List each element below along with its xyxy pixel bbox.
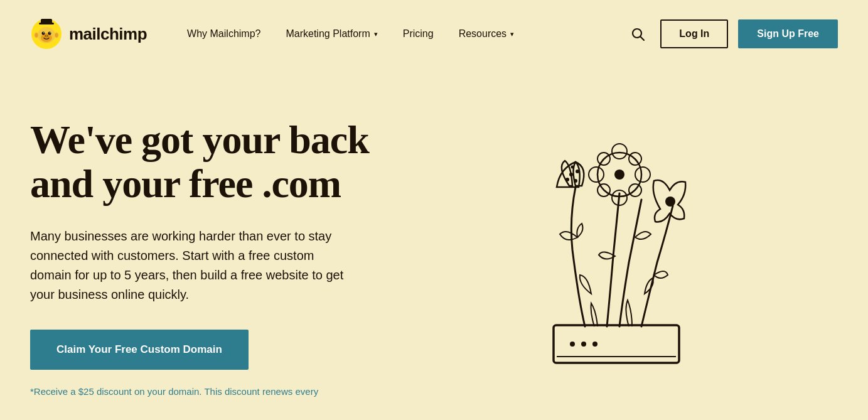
search-icon <box>630 26 645 41</box>
svg-point-8 <box>45 35 46 36</box>
chevron-down-icon: ▾ <box>510 30 514 38</box>
svg-point-29 <box>612 144 627 159</box>
nav-actions: Log In Sign Up Free <box>625 19 838 48</box>
svg-point-5 <box>43 32 45 33</box>
svg-point-27 <box>571 166 574 169</box>
cta-button[interactable]: Claim Your Free Custom Domain <box>30 330 249 370</box>
flower-illustration-icon <box>485 112 748 382</box>
hero-content: We've got your back and your free .com M… <box>30 105 394 398</box>
svg-point-23 <box>569 173 573 176</box>
logo-text: mailchimp <box>69 24 147 44</box>
svg-point-38 <box>665 197 675 207</box>
signup-button[interactable]: Sign Up Free <box>738 19 838 48</box>
svg-point-37 <box>614 170 624 180</box>
svg-rect-11 <box>41 19 52 24</box>
nav-item-pricing[interactable]: Pricing <box>393 23 444 45</box>
svg-point-31 <box>589 167 604 182</box>
disclaimer-text: *Receive a $25 discount on your domain. … <box>30 385 331 398</box>
main-nav: Why Mailchimp? Marketing Platform ▾ Pric… <box>177 23 625 45</box>
svg-point-32 <box>635 167 650 182</box>
svg-point-24 <box>576 170 579 173</box>
svg-point-4 <box>48 32 51 35</box>
svg-point-26 <box>574 179 577 183</box>
hero-illustration <box>394 105 838 382</box>
nav-item-marketing-platform[interactable]: Marketing Platform ▾ <box>276 23 387 45</box>
svg-point-21 <box>592 342 597 347</box>
svg-point-6 <box>50 32 51 33</box>
svg-point-13 <box>35 33 38 38</box>
svg-point-3 <box>42 32 45 35</box>
svg-point-7 <box>45 35 49 38</box>
svg-point-19 <box>570 342 575 347</box>
hero-section: We've got your back and your free .com M… <box>0 68 868 419</box>
login-button[interactable]: Log In <box>660 19 728 48</box>
header: mailchimp Why Mailchimp? Marketing Platf… <box>0 0 868 68</box>
chevron-down-icon: ▾ <box>374 30 378 38</box>
svg-point-15 <box>55 33 58 38</box>
nav-item-resources[interactable]: Resources ▾ <box>449 23 524 45</box>
logo-link[interactable]: mailchimp <box>30 18 147 50</box>
svg-point-9 <box>47 35 48 36</box>
search-button[interactable] <box>625 21 650 46</box>
hero-body-text: Many businesses are working harder than … <box>30 227 356 304</box>
mailchimp-logo-icon <box>30 18 63 50</box>
svg-line-17 <box>641 37 645 41</box>
svg-point-20 <box>581 342 586 347</box>
hero-title: We've got your back and your free .com <box>30 118 394 207</box>
svg-point-25 <box>565 178 569 181</box>
nav-item-why-mailchimp[interactable]: Why Mailchimp? <box>177 23 271 45</box>
